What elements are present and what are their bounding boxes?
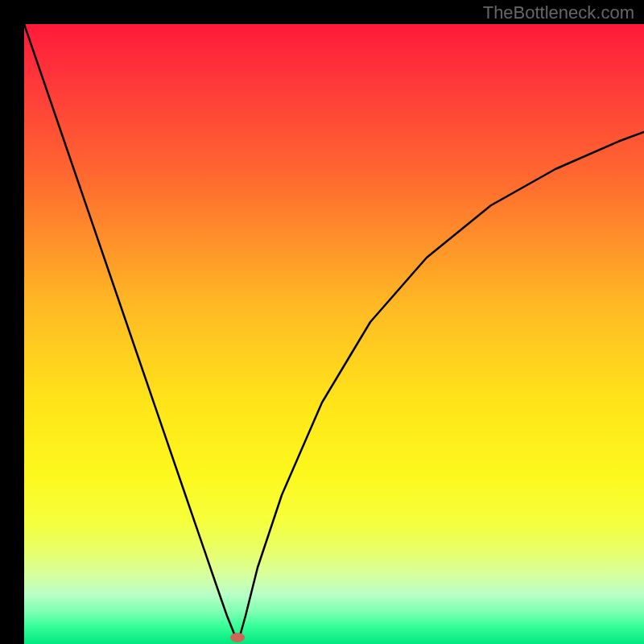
watermark-label: TheBottleneck.com xyxy=(483,2,634,23)
bottleneck-chart xyxy=(0,0,644,644)
minimum-marker xyxy=(230,633,245,642)
plot-background xyxy=(24,24,644,644)
